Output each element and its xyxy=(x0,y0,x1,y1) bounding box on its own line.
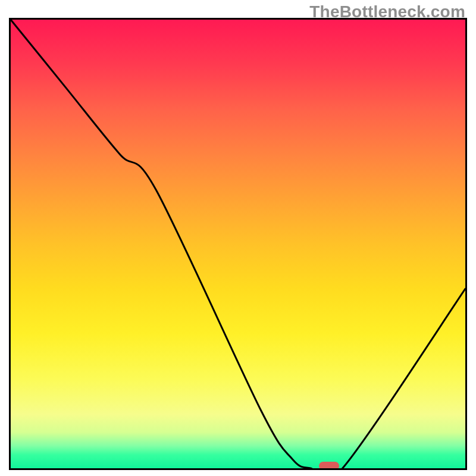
curve-path xyxy=(11,20,465,468)
bottleneck-curve xyxy=(11,20,465,468)
optimum-marker xyxy=(319,462,339,470)
chart-container: TheBottleneck.com xyxy=(0,0,476,476)
plot-frame xyxy=(9,18,467,470)
